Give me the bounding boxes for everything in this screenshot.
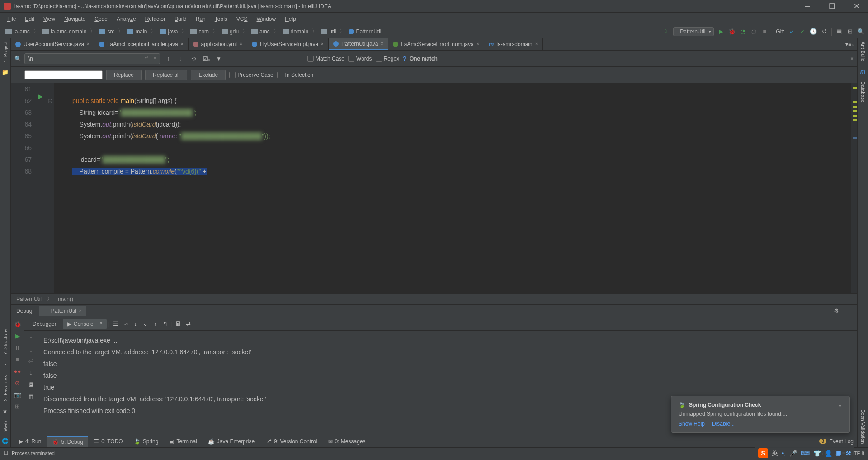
event-log-button[interactable]: Event Log (829, 438, 854, 445)
btab-version-control[interactable]: ⎇9: Version Control (261, 437, 321, 446)
menu-view[interactable]: View (40, 14, 59, 23)
layout-icon[interactable]: ⊞ (14, 402, 22, 410)
maven-icon[interactable]: m (859, 68, 867, 75)
btab-terminal[interactable]: ▣Terminal (165, 437, 201, 446)
git-revert-icon[interactable]: ↺ (821, 28, 828, 35)
minimize-button[interactable]: ─ (799, 1, 816, 11)
tab-useraccountservice[interactable]: UserAccountService.java× (11, 38, 94, 50)
resume-icon[interactable]: ▶ (14, 332, 22, 340)
close-icon[interactable]: × (79, 308, 82, 313)
code-editor[interactable]: 6162636465666768 ▶ ⊖ public static void … (11, 83, 857, 293)
replace-input[interactable] (24, 70, 103, 79)
tab-list-icon[interactable]: ▾≡₃ (842, 38, 857, 50)
tool-database[interactable]: Database (859, 78, 867, 106)
tool-web[interactable]: Web (2, 418, 9, 435)
crumb-patternutil[interactable]: PatternUtil (347, 28, 383, 35)
maximize-button[interactable]: ☐ (824, 1, 840, 11)
down-icon[interactable]: ↓ (27, 345, 35, 353)
regex-checkbox[interactable]: Regex (376, 56, 400, 62)
ime-logo-icon[interactable]: S (758, 448, 768, 458)
select-all-icon[interactable]: ⟲ (189, 54, 198, 63)
ruler-icon[interactable]: ⊞ (846, 28, 854, 35)
git-update-icon[interactable]: ↙ (788, 28, 795, 35)
notif-disable[interactable]: Disable... (712, 421, 735, 427)
next-match-icon[interactable]: ↓ (176, 54, 185, 63)
code-area[interactable]: public static void main(String[] args) {… (54, 83, 851, 293)
chevron-down-icon[interactable]: ⌄ (838, 402, 842, 408)
ime-punct-icon[interactable]: •, (782, 450, 786, 457)
view-breakpoints-icon[interactable]: ●● (14, 367, 22, 375)
build-icon[interactable]: ⤵ (662, 28, 670, 35)
close-icon[interactable]: × (476, 42, 479, 47)
bc-method[interactable]: main() (58, 296, 73, 302)
crumb-la-amc[interactable]: la-amc〉 (4, 28, 41, 35)
print-icon[interactable]: 🖶 (27, 380, 35, 389)
profile-button[interactable]: ◷ (750, 28, 757, 35)
tool-structure[interactable]: 7: Structure (2, 326, 9, 359)
force-step-into-icon[interactable]: ⇓ (142, 320, 150, 328)
scroll-to-end-icon[interactable]: ⤓ (27, 369, 35, 377)
search-icon[interactable]: 🔍 (14, 56, 21, 62)
ime-keyboard-icon[interactable]: ⌨ (801, 450, 810, 457)
prev-match-icon[interactable]: ↑ (164, 54, 173, 63)
soft-wrap-icon[interactable]: ⏎ (27, 357, 35, 365)
tab-flyuserserviceimpl[interactable]: FlyUserServiceImpl.java× (247, 38, 329, 50)
threads-icon[interactable]: ☰ (112, 320, 120, 328)
close-icon[interactable]: × (87, 42, 90, 47)
coverage-button[interactable]: ◔ (739, 28, 746, 35)
run-button[interactable]: ▶ (717, 28, 725, 35)
notif-show-help[interactable]: Show Help (679, 421, 705, 427)
stop-icon[interactable]: ■ (14, 355, 22, 363)
step-into-icon[interactable]: ↓ (132, 320, 140, 328)
btab-todo[interactable]: ☰6: TODO (90, 437, 127, 446)
ime-toolbox-icon[interactable]: ▦ (836, 450, 842, 457)
run-config-selector[interactable]: PatternUtil (673, 27, 714, 36)
clear-icon[interactable]: 🗑 (27, 392, 35, 400)
camera-icon[interactable]: 📷 (14, 390, 22, 399)
error-stripe[interactable] (851, 83, 857, 293)
crumb-com[interactable]: com〉 (189, 28, 220, 35)
ime-account-icon[interactable]: 👤 (825, 450, 832, 457)
debug-session-tab[interactable]: PatternUtil× (39, 306, 86, 316)
git-commit-icon[interactable]: ✓ (799, 28, 806, 35)
match-case-checkbox[interactable]: Match Case (307, 56, 344, 62)
gear-icon[interactable]: ⚙ (833, 307, 840, 314)
menu-analyze[interactable]: Analyze (113, 14, 140, 23)
close-icon[interactable]: × (181, 42, 184, 47)
run-gutter-icon[interactable]: ▶ (35, 90, 46, 102)
debug-button[interactable]: 🐞 (728, 28, 736, 35)
preserve-case-checkbox[interactable]: Preserve Case (229, 72, 273, 78)
ime-settings-icon[interactable]: 🛠 (845, 450, 852, 457)
newline-icon[interactable]: ↵ (145, 55, 148, 60)
tab-exceptionhandler[interactable]: LaAmcExceptionHandler.java× (94, 38, 189, 50)
crumb-java[interactable]: java〉 (158, 28, 189, 35)
menu-vcs[interactable]: VCS (233, 14, 251, 23)
ime-toolbar[interactable]: S 英 •, 🎤 ⌨ 👕 👤 ▦ 🛠 (755, 447, 854, 459)
crumb-gdu[interactable]: gdu〉 (220, 28, 250, 35)
btab-debug[interactable]: 🐞5: Debug (47, 436, 88, 447)
debugger-tab[interactable]: Debugger (28, 319, 61, 329)
menu-tools[interactable]: Tools (211, 14, 231, 23)
regex-help-icon[interactable]: ? (403, 56, 406, 62)
add-selection-icon[interactable]: ☑ᵢᵢ (202, 54, 211, 63)
project-structure-icon[interactable]: ▤ (835, 28, 843, 35)
toggle-icon[interactable]: ⇄ (184, 320, 193, 328)
step-out-icon[interactable]: ↑ (151, 320, 160, 328)
git-history-icon[interactable]: 🕓 (810, 28, 817, 35)
crumb-la-amc-domain[interactable]: la-amc-domain〉 (41, 28, 97, 35)
ime-skin-icon[interactable]: 👕 (813, 450, 821, 457)
fold-icon[interactable]: ⊖ (46, 95, 54, 107)
menu-navigate[interactable]: Navigate (61, 14, 89, 23)
tab-errorenum[interactable]: LaAmcServiceErrorEnum.java× (388, 38, 484, 50)
tab-patternutil[interactable]: PatternUtil.java× (329, 38, 388, 50)
tab-la-amc-domain[interactable]: mla-amc-domain× (484, 38, 543, 50)
crumb-main[interactable]: main〉 (125, 28, 158, 35)
btab-messages[interactable]: ✉0: Messages (324, 437, 370, 446)
menu-run[interactable]: Run (192, 14, 209, 23)
close-icon[interactable]: × (321, 42, 324, 47)
menu-help[interactable]: Help (281, 14, 300, 23)
drop-frame-icon[interactable]: ↰ (161, 320, 170, 328)
search-everywhere-icon[interactable]: 🔍 (857, 28, 864, 35)
btab-run[interactable]: ▶4: Run (14, 437, 46, 446)
stop-button[interactable]: ■ (761, 28, 768, 35)
